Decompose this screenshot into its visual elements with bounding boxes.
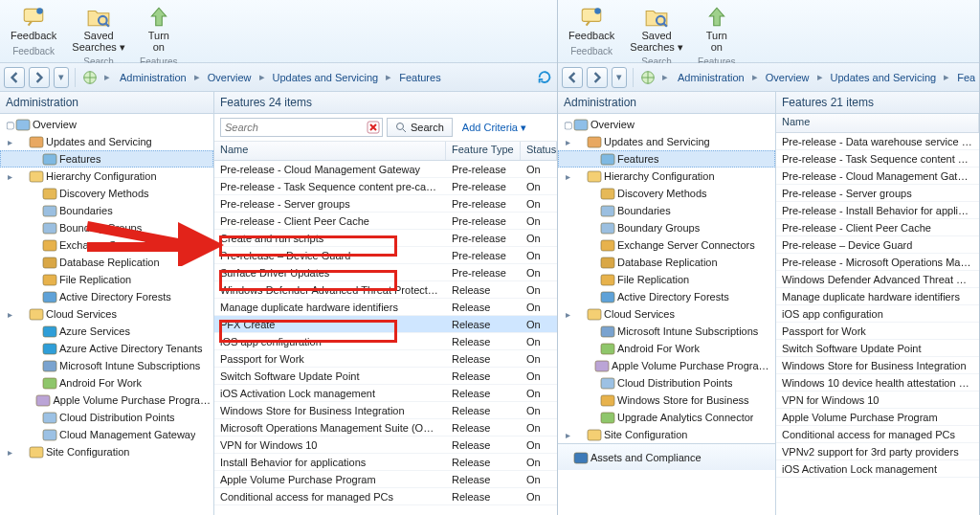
tree-node[interactable]: ▢Overview	[558, 116, 775, 133]
tree-node[interactable]: Boundaries	[0, 202, 213, 219]
tree-node[interactable]: Active Directory Forests	[558, 288, 775, 305]
col-type[interactable]: Feature Type	[446, 142, 521, 160]
table-row[interactable]: VPN for Windows 10	[776, 392, 979, 409]
saved-searches-button[interactable]: Saved Searches ▾	[65, 2, 132, 56]
breadcrumb-item[interactable]: Features	[953, 70, 975, 85]
forward-button[interactable]	[29, 67, 50, 88]
tree-node[interactable]: ▸Site Configuration	[0, 443, 213, 460]
tree-node[interactable]: Android For Work	[0, 374, 213, 392]
table-row[interactable]: iOS Activation Lock management	[776, 460, 979, 478]
table-row[interactable]: Pre-release - Cloud Management Gateway	[776, 168, 979, 185]
tree-node[interactable]: File Replication	[0, 271, 213, 288]
back-button[interactable]	[4, 67, 25, 88]
table-row[interactable]: Surface Driver UpdatesPre-releaseOn	[214, 264, 557, 281]
tree-node[interactable]: Database Replication	[558, 254, 775, 271]
table-row[interactable]: Conditional access for managed PCsReleas…	[214, 488, 557, 505]
table-row[interactable]: iOS Activation Lock managementReleaseOn	[214, 385, 557, 402]
table-row[interactable]: Conditional access for managed PCs	[776, 426, 979, 443]
expander-icon[interactable]: ▸	[4, 137, 15, 147]
tree-node[interactable]: ▸Hierarchy Configuration	[558, 168, 775, 185]
table-row[interactable]: Passport for Work	[776, 323, 979, 340]
table-row[interactable]: Pre-release - Data warehouse service poi…	[776, 133, 979, 150]
tree-node[interactable]: Windows Store for Business	[558, 392, 775, 409]
table-row[interactable]: Manage duplicate hardware identifiersRel…	[214, 299, 557, 316]
table-row[interactable]: iOS app configuration	[776, 305, 979, 323]
table-row[interactable]: Windows 10 device health attestation sup…	[776, 374, 979, 392]
table-row[interactable]: Install Behavior for applicationsRelease…	[214, 454, 557, 471]
clear-search-button[interactable]	[365, 119, 382, 136]
tree-node[interactable]: Features	[558, 150, 775, 168]
history-dropdown[interactable]: ▾	[54, 67, 69, 88]
breadcrumb-item[interactable]: Overview	[204, 70, 256, 85]
tree-node[interactable]: Active Directory Forests	[0, 288, 213, 305]
tree-node[interactable]: ▸Updates and Servicing	[0, 133, 213, 150]
table-row[interactable]: VPN for Windows 10ReleaseOn	[214, 437, 557, 454]
expander-icon[interactable]: ▸	[562, 171, 573, 182]
table-row[interactable]: Apple Volume Purchase Program	[776, 409, 979, 426]
table-row[interactable]: VPNv2 support for 3rd party providers	[776, 443, 979, 460]
turn-on-button[interactable]: Turn on	[134, 2, 184, 56]
expander-icon[interactable]: ▸	[562, 430, 573, 440]
breadcrumb-item[interactable]: Updates and Servicing	[827, 70, 941, 85]
tree-node[interactable]: ▸Cloud Services	[0, 305, 213, 323]
breadcrumb-item[interactable]: Updates and Servicing	[269, 70, 383, 85]
tree-node[interactable]: Database Replication	[0, 254, 213, 271]
tree-node[interactable]: Discovery Methods	[0, 185, 213, 202]
col-name[interactable]: Name	[214, 142, 446, 160]
tree-node[interactable]: Boundaries	[558, 202, 775, 219]
back-button[interactable]	[562, 67, 583, 88]
tree-node[interactable]: Discovery Methods	[558, 185, 775, 202]
add-criteria-link[interactable]: Add Criteria ▾	[462, 122, 526, 134]
breadcrumb-item[interactable]: Features	[395, 70, 444, 85]
tree-node[interactable]: Upgrade Analytics Connector	[558, 409, 775, 426]
table-row[interactable]: Microsoft Operations Management Suite (O…	[214, 419, 557, 437]
table-row[interactable]: Windows Defender Advanced Threat Protect…	[214, 281, 557, 299]
table-row[interactable]: Manage duplicate hardware identifiers	[776, 288, 979, 305]
expander-icon[interactable]: ▢	[562, 120, 573, 130]
tree-node[interactable]: Cloud Distribution Points	[0, 409, 213, 426]
table-row[interactable]: Passport for WorkReleaseOn	[214, 350, 557, 368]
table-row[interactable]: Pre-release - Client Peer Cache	[776, 219, 979, 236]
expander-icon[interactable]: ▸	[562, 309, 573, 320]
table-row[interactable]: Pre-release - Microsoft Operations Manag…	[776, 254, 979, 271]
tree-node[interactable]: Microsoft Intune Subscriptions	[0, 357, 213, 374]
table-row[interactable]: Windows Store for Business Integration	[776, 357, 979, 374]
table-row[interactable]: iOS app configurationReleaseOn	[214, 333, 557, 350]
expander-icon[interactable]: ▢	[4, 120, 15, 130]
col-name[interactable]: Name	[776, 114, 979, 132]
table-row[interactable]: Create and run scriptsPre-releaseOn	[214, 230, 557, 247]
tree-node[interactable]: Android For Work	[558, 340, 775, 357]
col-status[interactable]: Status	[521, 142, 557, 160]
table-row[interactable]: PFX CreateReleaseOn	[214, 316, 557, 333]
search-button[interactable]: Search	[387, 118, 453, 137]
forward-button[interactable]	[587, 67, 608, 88]
tree-node[interactable]: Boundary Groups	[558, 219, 775, 236]
tree-node[interactable]: Apple Volume Purchase Program Tokens	[558, 357, 775, 374]
tree-node[interactable]: Cloud Distribution Points	[558, 374, 775, 392]
expander-icon[interactable]: ▸	[4, 171, 15, 182]
tree-node[interactable]: Cloud Management Gateway	[0, 426, 213, 443]
table-row[interactable]: Windows Store for Business IntegrationRe…	[214, 402, 557, 419]
table-row[interactable]: Pre-release - Install Behavior for appli…	[776, 202, 979, 219]
tree-node[interactable]: Exchange Server Connectors	[0, 236, 213, 254]
table-row[interactable]: Pre-release - Cloud Management GatewayPr…	[214, 161, 557, 178]
tree-node[interactable]: Azure Services	[0, 323, 213, 340]
tree-node[interactable]: Exchange Server Connectors	[558, 236, 775, 254]
tree-node[interactable]: Microsoft Intune Subscriptions	[558, 323, 775, 340]
tree-node[interactable]: File Replication	[558, 271, 775, 288]
history-dropdown[interactable]: ▾	[612, 67, 627, 88]
turn-on-button[interactable]: Turn on	[692, 2, 742, 56]
breadcrumb-item[interactable]: Administration	[116, 70, 190, 85]
table-row[interactable]: Switch Software Update PointReleaseOn	[214, 368, 557, 385]
tree-node[interactable]: Azure Active Directory Tenants	[0, 340, 213, 357]
table-row[interactable]: Pre-release - Client Peer CachePre-relea…	[214, 213, 557, 230]
search-input[interactable]	[221, 122, 365, 133]
tree-node[interactable]: Boundary Groups	[0, 219, 213, 236]
table-row[interactable]: Pre-release - Server groupsPre-releaseOn	[214, 195, 557, 213]
breadcrumb-item[interactable]: Overview	[762, 70, 813, 85]
table-row[interactable]: Apple Volume Purchase ProgramReleaseOn	[214, 471, 557, 488]
table-row[interactable]: Pre-release - Server groups	[776, 185, 979, 202]
tree-node[interactable]: Apple Volume Purchase Program Tokens	[0, 392, 213, 409]
table-row[interactable]: Switch Software Update Point	[776, 340, 979, 357]
table-row[interactable]: Windows Defender Advanced Threat Protect…	[776, 271, 979, 288]
